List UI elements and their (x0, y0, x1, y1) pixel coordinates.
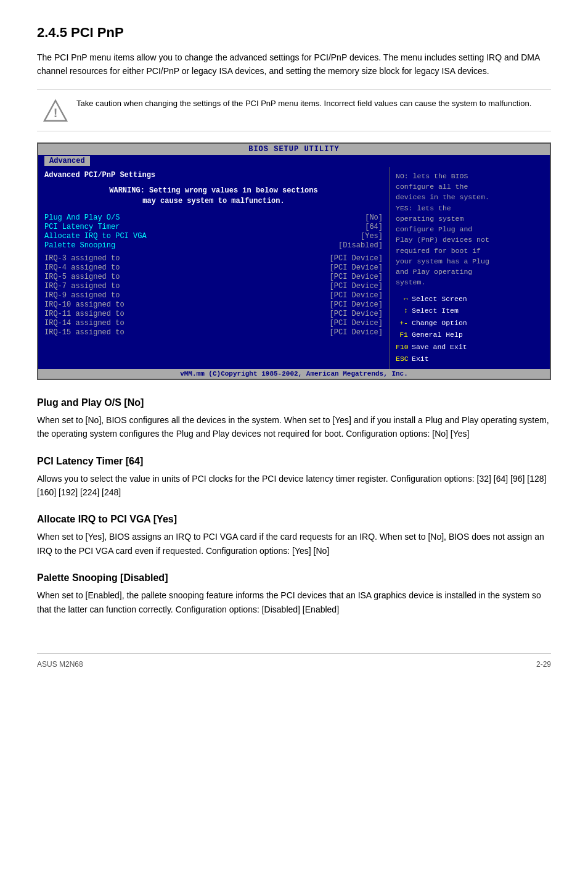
bios-item: Palette Snooping[Disabled] (44, 241, 383, 250)
caution-text: Take caution when changing the settings … (76, 97, 531, 110)
footer-right: 2-29 (536, 660, 551, 669)
bios-left-panel: Advanced PCI/PnP Settings WARNING: Setti… (38, 167, 390, 369)
section-heading-1: PCI Latency Timer [64] (37, 456, 551, 467)
bios-irq-item: IRQ-5 assigned to[PCI Device] (44, 273, 383, 281)
bios-key-line: +-Change Option (396, 317, 544, 329)
bios-items-list: Plug And Play O/S[No]PCI Latency Timer[6… (44, 213, 383, 250)
footer-left: ASUS M2N68 (37, 660, 83, 669)
section-body-0: When set to [No], BIOS configures all th… (37, 413, 551, 441)
bios-irq-item: IRQ-11 assigned to[PCI Device] (44, 310, 383, 318)
bios-screen: BIOS SETUP UTILITY Advanced Advanced PCI… (37, 142, 551, 380)
bios-key-line: ESCExit (396, 353, 544, 365)
bios-irq-item: IRQ-14 assigned to[PCI Device] (44, 319, 383, 328)
bios-irq-item: IRQ-9 assigned to[PCI Device] (44, 291, 383, 300)
bios-footer: vMM.mm (C)Copyright 1985-2002, American … (38, 369, 550, 379)
bios-irq-item: IRQ-3 assigned to[PCI Device] (44, 254, 383, 263)
bios-key-line: ↔Select Screen (396, 293, 544, 305)
bios-section-title: Advanced PCI/PnP Settings (44, 171, 383, 179)
bios-key-line: ↕Select Item (396, 305, 544, 317)
bios-body: Advanced PCI/PnP Settings WARNING: Setti… (38, 167, 550, 369)
bios-item: PCI Latency Timer[64] (44, 223, 383, 231)
caution-icon: ! (43, 99, 68, 123)
svg-text:!: ! (54, 106, 58, 120)
bios-irq-item: IRQ-10 assigned to[PCI Device] (44, 300, 383, 309)
bios-key-line: F1General Help (396, 329, 544, 341)
section-body-3: When set to [Enabled], the pallete snoop… (37, 588, 551, 616)
section-heading-0: Plug and Play O/S [No] (37, 397, 551, 408)
page-footer: ASUS M2N68 2-29 (37, 653, 551, 669)
bios-help-text: NO: lets the BIOSconfigure all thedevice… (396, 171, 544, 288)
bios-item: Allocate IRQ to PCI VGA[Yes] (44, 232, 383, 241)
section-heading-3: Palette Snooping [Disabled] (37, 572, 551, 584)
bios-warning: WARNING: Setting wrong values in below s… (44, 186, 383, 207)
section-body-2: When set to [Yes], BIOS assigns an IRQ t… (37, 530, 551, 558)
intro-text: The PCI PnP menu items allow you to chan… (37, 51, 551, 78)
bios-tab-bar: Advanced (38, 155, 550, 167)
bios-irq-list: IRQ-3 assigned to[PCI Device]IRQ-4 assig… (44, 254, 383, 337)
bios-title-bar: BIOS SETUP UTILITY (38, 144, 550, 155)
bios-irq-item: IRQ-4 assigned to[PCI Device] (44, 263, 383, 272)
bios-irq-item: IRQ-15 assigned to[PCI Device] (44, 328, 383, 337)
sections-container: Plug and Play O/S [No]When set to [No], … (37, 397, 551, 616)
bios-tab-advanced: Advanced (44, 156, 90, 166)
bios-right-panel: NO: lets the BIOSconfigure all thedevice… (390, 167, 550, 369)
bios-item: Plug And Play O/S[No] (44, 213, 383, 222)
bios-key-line: F10Save and Exit (396, 341, 544, 353)
section-body-1: Allows you to select the value in units … (37, 472, 551, 500)
caution-box: ! Take caution when changing the setting… (37, 89, 551, 131)
bios-irq-item: IRQ-7 assigned to[PCI Device] (44, 282, 383, 291)
section-heading-2: Allocate IRQ to PCI VGA [Yes] (37, 514, 551, 525)
page-title: 2.4.5 PCI PnP (37, 25, 551, 41)
bios-keys: ↔Select Screen↕Select Item+-Change Optio… (396, 293, 544, 365)
